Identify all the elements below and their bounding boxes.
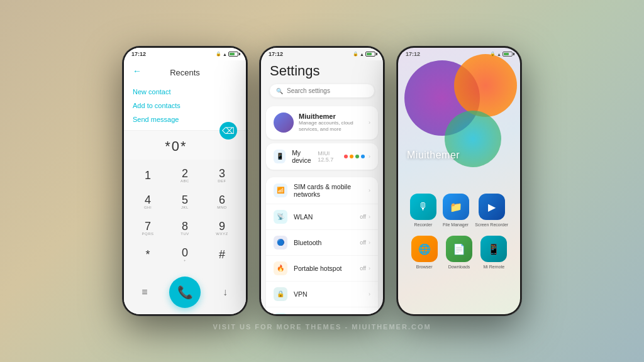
downloads-app[interactable]: 📄 Downloads bbox=[446, 236, 472, 269]
screen-recorder-icon: ▶ bbox=[479, 194, 505, 220]
app-row-2: 🌐 Browser 📄 Downloads 📱 Mi Remote bbox=[407, 236, 511, 269]
battery-icon-3 bbox=[502, 52, 513, 57]
key-6[interactable]: 6MNO bbox=[207, 190, 237, 214]
keypad-row-2: 4GHI 5JKL 6MNO bbox=[133, 190, 237, 214]
profile-info: Miuithemer Manage accounts, cloud servic… bbox=[299, 112, 364, 133]
key-star[interactable]: * bbox=[133, 243, 163, 266]
battery-icon-1 bbox=[228, 52, 238, 57]
file-manager-icon: 📁 bbox=[443, 194, 469, 220]
search-icon: 🔍 bbox=[276, 88, 283, 94]
key-7[interactable]: 7PQRS bbox=[133, 216, 163, 240]
wallpaper: Miuithemer bbox=[398, 48, 520, 186]
wlan-value: off bbox=[360, 214, 366, 220]
watermark: VISIT US FOR MORE THEMES - MIUITHEMER.CO… bbox=[213, 323, 431, 331]
status-time-2: 17:12 bbox=[269, 51, 283, 57]
bluetooth-item[interactable]: 🔵 Bluetooth off › bbox=[266, 230, 378, 256]
status-time-3: 17:12 bbox=[406, 51, 420, 57]
dialer-display: *0* ⌫ bbox=[124, 131, 246, 160]
settings-title: Settings bbox=[270, 63, 374, 79]
bluetooth-label: Bluetooth bbox=[294, 239, 353, 246]
recorder-app[interactable]: 🎙 Recorder bbox=[410, 194, 436, 227]
sim-label: SIM cards & mobile networks bbox=[294, 183, 362, 198]
phone-settings: 17:12 🔒 ▲ Settings 🔍 Miuithemer Manage a… bbox=[259, 46, 385, 316]
menu-button[interactable]: ≡ bbox=[133, 280, 157, 304]
hotspot-item[interactable]: 🔥 Portable hotspot off › bbox=[266, 256, 378, 282]
app-row-1: 🎙 Recorder 📁 File Manager ▶ Screen Recor… bbox=[407, 194, 511, 227]
key-8[interactable]: 8TUV bbox=[170, 216, 200, 240]
chevron-right-icon: › bbox=[369, 291, 370, 297]
hotspot-icon: 🔥 bbox=[274, 261, 287, 275]
key-1[interactable]: 1 bbox=[133, 163, 163, 187]
connection-sharing-item[interactable]: 🔗 Connection & sharing › bbox=[266, 307, 378, 314]
key-2[interactable]: 2ABC bbox=[170, 163, 200, 187]
hotspot-label: Portable hotspot bbox=[294, 265, 353, 272]
wlan-item[interactable]: 📡 WLAN off › bbox=[266, 204, 378, 230]
add-to-contacts-item[interactable]: Add to contacts bbox=[133, 99, 237, 112]
battery-icon-2 bbox=[365, 52, 375, 57]
chevron-right-icon: › bbox=[369, 153, 370, 160]
section-divider-1 bbox=[261, 172, 383, 175]
recorder-label: Recorder bbox=[414, 222, 432, 227]
key-4[interactable]: 4GHI bbox=[133, 190, 163, 214]
recorder-icon: 🎙 bbox=[410, 194, 436, 220]
dot-blue bbox=[361, 155, 365, 158]
settings-header: Settings 🔍 bbox=[261, 60, 383, 102]
downloads-icon: 📄 bbox=[446, 236, 472, 262]
connectivity-section: 📶 SIM cards & mobile networks › 📡 WLAN o… bbox=[266, 177, 378, 314]
my-device-label: My device bbox=[292, 149, 318, 164]
dot-orange bbox=[350, 155, 353, 158]
call-button[interactable]: 📞 bbox=[169, 277, 201, 308]
key-hash[interactable]: # bbox=[207, 243, 237, 266]
dialer-number: *0* bbox=[165, 138, 187, 154]
profile-description: Manage accounts, cloud services, and mor… bbox=[299, 120, 364, 133]
file-manager-app[interactable]: 📁 File Manager bbox=[443, 194, 469, 227]
sim-cards-item[interactable]: 📶 SIM cards & mobile networks › bbox=[266, 177, 378, 204]
vpn-icon: 🔒 bbox=[274, 287, 287, 301]
new-contact-item[interactable]: New contact bbox=[133, 85, 237, 99]
keypad-row-3: 7PQRS 8TUV 9WXYZ bbox=[133, 216, 237, 240]
back-button[interactable]: ← bbox=[133, 66, 142, 76]
key-9[interactable]: 9WXYZ bbox=[207, 216, 237, 240]
keypad-row-4: * 0+ # bbox=[133, 243, 237, 266]
key-5[interactable]: 5JKL bbox=[170, 190, 200, 214]
screen-recorder-app[interactable]: ▶ Screen Recorder bbox=[475, 194, 508, 227]
key-0[interactable]: 0+ bbox=[170, 243, 200, 266]
dot-red bbox=[344, 155, 348, 158]
avatar bbox=[274, 112, 294, 133]
status-bar-3: 17:12 🔒 ▲ bbox=[398, 48, 520, 60]
phone-dialer: 17:12 🔒 ▲ ← Recents New contact Add to c… bbox=[122, 46, 248, 316]
browser-app[interactable]: 🌐 Browser bbox=[411, 236, 438, 269]
status-icons-1: 🔒 ▲ bbox=[216, 52, 238, 57]
chevron-right-icon: › bbox=[369, 214, 370, 220]
mi-remote-label: Mi Remote bbox=[483, 265, 504, 269]
color-dots bbox=[344, 155, 365, 158]
mi-remote-icon: 📱 bbox=[480, 236, 507, 262]
blob-orange bbox=[454, 54, 517, 117]
profile-name: Miuithemer bbox=[299, 112, 364, 120]
mi-remote-app[interactable]: 📱 Mi Remote bbox=[480, 236, 507, 269]
bluetooth-icon: 🔵 bbox=[274, 236, 287, 250]
settings-search-box[interactable]: 🔍 bbox=[270, 84, 374, 97]
chevron-right-icon: › bbox=[369, 239, 370, 246]
wlan-label: WLAN bbox=[294, 213, 353, 221]
status-time-1: 17:12 bbox=[131, 51, 146, 57]
wlan-icon: 📡 bbox=[274, 210, 287, 224]
delete-button[interactable]: ⌫ bbox=[219, 122, 237, 140]
device-icon: 📱 bbox=[274, 150, 286, 163]
hotspot-value: off bbox=[360, 265, 366, 272]
browser-label: Browser bbox=[416, 265, 433, 269]
my-device-section: 📱 My device MIUI 12.5.7 › bbox=[266, 143, 378, 170]
downloads-label: Downloads bbox=[448, 265, 470, 269]
search-input[interactable] bbox=[287, 87, 368, 94]
dot-green bbox=[355, 155, 359, 158]
status-icons-2: 🔒 ▲ bbox=[353, 52, 375, 57]
down-button[interactable]: ↓ bbox=[213, 280, 237, 304]
browser-icon: 🌐 bbox=[411, 236, 438, 262]
chevron-right-icon: › bbox=[369, 119, 370, 126]
my-device-item[interactable]: 📱 My device MIUI 12.5.7 › bbox=[266, 143, 378, 170]
settings-profile-item[interactable]: Miuithemer Manage accounts, cloud servic… bbox=[266, 106, 378, 140]
screen-recorder-label: Screen Recorder bbox=[475, 222, 508, 227]
key-3[interactable]: 3DEF bbox=[207, 163, 237, 187]
vpn-item[interactable]: 🔒 VPN › bbox=[266, 282, 378, 307]
chevron-right-icon: › bbox=[369, 187, 370, 194]
